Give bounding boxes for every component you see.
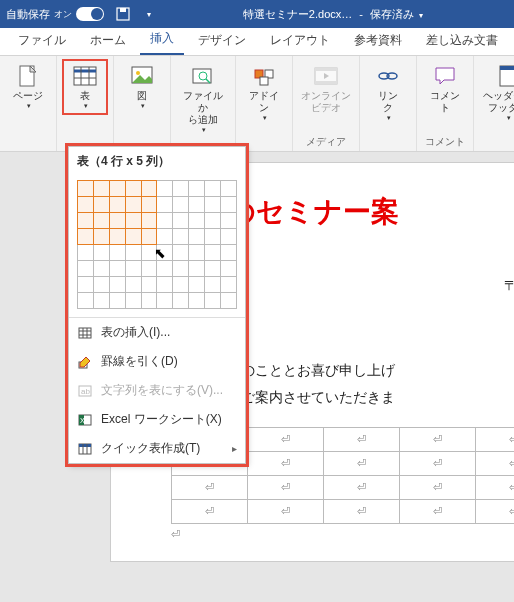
online-video-button[interactable]: オンライン ビデオ <box>299 60 353 118</box>
grid-cell[interactable] <box>78 277 94 293</box>
grid-cell[interactable] <box>205 277 221 293</box>
grid-cell[interactable] <box>221 213 237 229</box>
grid-cell[interactable] <box>173 229 189 245</box>
grid-cell[interactable] <box>205 229 221 245</box>
grid-cell[interactable] <box>205 213 221 229</box>
grid-cell[interactable] <box>109 245 125 261</box>
grid-cell[interactable] <box>125 213 141 229</box>
grid-cell[interactable] <box>157 181 173 197</box>
grid-cell[interactable] <box>173 213 189 229</box>
grid-cell[interactable] <box>189 181 205 197</box>
grid-cell[interactable] <box>205 197 221 213</box>
grid-cell[interactable] <box>93 245 109 261</box>
grid-cell[interactable] <box>173 293 189 309</box>
grid-cell[interactable] <box>125 277 141 293</box>
tab-file[interactable]: ファイル <box>8 26 76 55</box>
tab-mailings[interactable]: 差し込み文書 <box>416 26 508 55</box>
grid-cell[interactable] <box>157 261 173 277</box>
grid-cell[interactable] <box>93 261 109 277</box>
grid-cell[interactable] <box>157 293 173 309</box>
excel-sheet-item[interactable]: X Excel ワークシート(X) <box>69 405 245 434</box>
tab-insert[interactable]: 挿入 <box>140 24 184 55</box>
grid-cell[interactable] <box>78 293 94 309</box>
grid-cell[interactable] <box>189 229 205 245</box>
grid-cell[interactable] <box>109 213 125 229</box>
grid-cell[interactable] <box>157 213 173 229</box>
grid-cell[interactable] <box>221 181 237 197</box>
reuse-files-button[interactable]: ファイルか ら追加▾ <box>177 60 229 138</box>
grid-cell[interactable] <box>173 181 189 197</box>
grid-cell[interactable] <box>141 181 157 197</box>
grid-cell[interactable] <box>157 229 173 245</box>
grid-cell[interactable] <box>141 261 157 277</box>
grid-cell[interactable] <box>205 261 221 277</box>
qat-dropdown-icon[interactable]: ▾ <box>140 5 158 23</box>
autosave-toggle[interactable]: 自動保存 オン <box>6 7 104 22</box>
grid-cell[interactable] <box>109 181 125 197</box>
comment-button[interactable]: コメン ト <box>423 60 467 118</box>
table-grid-picker[interactable] <box>69 176 245 317</box>
grid-cell[interactable] <box>109 261 125 277</box>
insert-table-item[interactable]: 表の挿入(I)... <box>69 318 245 347</box>
grid-cell[interactable] <box>173 197 189 213</box>
grid-cell[interactable] <box>189 261 205 277</box>
grid-cell[interactable] <box>141 213 157 229</box>
grid-cell[interactable] <box>205 181 221 197</box>
grid-cell[interactable] <box>93 293 109 309</box>
pages-button[interactable]: ページ▾ <box>6 60 50 114</box>
draw-table-item[interactable]: 罫線を引く(D) <box>69 347 245 376</box>
grid-cell[interactable] <box>141 229 157 245</box>
tab-home[interactable]: ホーム <box>80 26 136 55</box>
grid-cell[interactable] <box>189 213 205 229</box>
tab-layout[interactable]: レイアウト <box>260 26 340 55</box>
grid-cell[interactable] <box>78 229 94 245</box>
grid-cell[interactable] <box>189 277 205 293</box>
grid-cell[interactable] <box>78 181 94 197</box>
header-footer-button[interactable]: ヘッダーと フッター▾ <box>480 60 514 126</box>
grid-cell[interactable] <box>78 197 94 213</box>
grid-cell[interactable] <box>109 197 125 213</box>
grid-cell[interactable] <box>221 261 237 277</box>
grid-cell[interactable] <box>189 197 205 213</box>
grid-cell[interactable] <box>109 229 125 245</box>
table-button[interactable]: 表▾ <box>63 60 107 114</box>
tab-design[interactable]: デザイン <box>188 26 256 55</box>
grid-cell[interactable] <box>221 245 237 261</box>
grid-cell[interactable] <box>205 293 221 309</box>
grid-cell[interactable] <box>221 229 237 245</box>
grid-cell[interactable] <box>78 213 94 229</box>
grid-cell[interactable] <box>189 293 205 309</box>
grid-cell[interactable] <box>125 293 141 309</box>
grid-cell[interactable] <box>173 277 189 293</box>
grid-cell[interactable] <box>125 197 141 213</box>
grid-cell[interactable] <box>109 293 125 309</box>
grid-cell[interactable] <box>125 245 141 261</box>
grid-cell[interactable] <box>93 181 109 197</box>
quick-tables-item[interactable]: クイック表作成(T) ▸ <box>69 434 245 463</box>
grid-cell[interactable] <box>109 277 125 293</box>
grid-cell[interactable] <box>141 277 157 293</box>
grid-cell[interactable] <box>221 277 237 293</box>
link-button[interactable]: リン ク▾ <box>366 60 410 126</box>
grid-cell[interactable] <box>141 245 157 261</box>
grid-cell[interactable] <box>93 197 109 213</box>
tab-references[interactable]: 参考資料 <box>344 26 412 55</box>
grid-cell[interactable] <box>125 261 141 277</box>
grid-cell[interactable] <box>221 197 237 213</box>
grid-cell[interactable] <box>141 197 157 213</box>
grid-cell[interactable] <box>157 197 173 213</box>
grid-cell[interactable] <box>93 213 109 229</box>
addins-button[interactable]: アドイ ン▾ <box>242 60 286 126</box>
grid-cell[interactable] <box>125 181 141 197</box>
grid-cell[interactable] <box>93 277 109 293</box>
grid-cell[interactable] <box>189 245 205 261</box>
grid-cell[interactable] <box>205 245 221 261</box>
save-icon[interactable] <box>114 5 132 23</box>
grid-cell[interactable] <box>125 229 141 245</box>
grid-cell[interactable] <box>78 261 94 277</box>
grid-cell[interactable] <box>221 293 237 309</box>
grid-cell[interactable] <box>93 229 109 245</box>
grid-cell[interactable] <box>173 261 189 277</box>
grid-cell[interactable] <box>141 293 157 309</box>
grid-cell[interactable] <box>173 245 189 261</box>
